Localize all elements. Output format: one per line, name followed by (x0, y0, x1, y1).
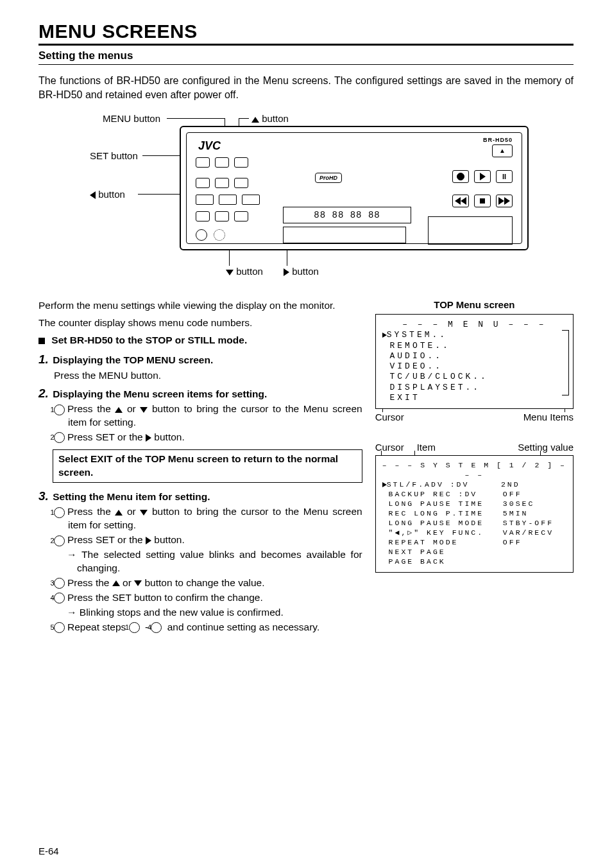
pause-button[interactable]: II (496, 170, 513, 183)
value-text: OFF (503, 490, 522, 498)
ff-icon (498, 197, 504, 205)
up-button[interactable] (215, 178, 229, 188)
item-text: LONG PAUSE MODE (389, 519, 503, 527)
panel-button (215, 157, 229, 168)
label-right-button-text: button (292, 266, 319, 277)
circled-1-icon: 1 (54, 404, 65, 415)
logo-jvc: JVC (198, 139, 221, 153)
prohd-badge: ProHD (315, 173, 342, 183)
counter-display: 88 88 88 88 (283, 207, 411, 223)
search-minus-button[interactable] (196, 195, 214, 205)
ff-button[interactable] (496, 195, 513, 207)
triangle-up-icon (112, 580, 120, 586)
circled-1-icon: 1 (129, 622, 140, 633)
prelude-1: Perform the menu settings while viewing … (38, 299, 362, 313)
search-plus-button[interactable] (242, 195, 260, 205)
system-menu-row: NEXT PAGE (382, 548, 566, 557)
txt: button. (151, 534, 185, 545)
screens-column: TOP Menu screen – – – M E N U – – – SYST… (375, 299, 574, 636)
stop-button[interactable] (474, 195, 491, 207)
txt: Repeat steps (67, 621, 129, 632)
top-menu-osd: – – – M E N U – – – SYSTEM.. REMOTE.. AU… (375, 314, 574, 409)
rec-button[interactable] (452, 170, 469, 183)
value-text: 2ND (501, 480, 520, 489)
leader (239, 118, 249, 119)
top-menu-item: DISPLAYSET.. (382, 383, 566, 393)
step-3-sub1: 1Press the or button to bring the cursor… (38, 505, 362, 532)
label-down-button-text: button (236, 266, 263, 277)
blank-button[interactable] (215, 211, 229, 221)
txt: or (123, 506, 140, 517)
rew-button[interactable] (452, 195, 469, 207)
step-3-sub4: 4Press the SET button to confirm the cha… (38, 591, 362, 605)
circled-4-icon: 4 (151, 622, 162, 633)
triangle-up-icon (251, 117, 259, 123)
play-button[interactable] (474, 170, 491, 183)
model-label: BR-HD50 (483, 137, 513, 143)
top-menu-items: SYSTEM.. REMOTE.. AUDIO.. VIDEO.. TC/UB/… (382, 330, 566, 403)
instruction-column: Perform the menu settings while viewing … (38, 299, 362, 636)
txt: button to change the value. (142, 577, 264, 588)
exit-note-box: Select EXIT of the TOP Menu screen to re… (53, 449, 362, 483)
triangle-down-icon (140, 510, 148, 516)
device-body: JVC BR-HD50 (180, 126, 529, 250)
reset-button[interactable] (234, 178, 248, 188)
value-text: 30SEC (503, 499, 535, 508)
item-text: REC LONG P.TIME (389, 509, 503, 517)
cursor-icon (382, 333, 387, 338)
tick (381, 451, 382, 456)
circled-4-icon: 4 (54, 593, 65, 603)
top-menu-item: VIDEO.. (382, 361, 566, 372)
top-menu-header: – – – M E N U – – – (382, 320, 566, 330)
panel-button (196, 157, 210, 168)
tick (382, 408, 383, 412)
step-1-head: Displaying the TOP MENU screen. (53, 354, 213, 365)
circled-2-icon: 2 (54, 535, 65, 546)
label-menu-items: Menu Items (523, 412, 574, 422)
system-menu-osd: – – – S Y S T E M [ 1 / 2 ] – – – STL/F.… (375, 455, 574, 572)
page: MENU SCREENS Setting the menus The funct… (0, 0, 612, 868)
triangle-right-icon (146, 434, 151, 442)
phones-level-knob[interactable] (214, 229, 225, 241)
value-text: 5MIN (503, 509, 529, 517)
label-setting: Setting value (518, 442, 574, 453)
top-menu-item: TC/UB/CLOCK.. (382, 372, 566, 382)
menu-item-text: AUDIO.. (390, 351, 443, 361)
cueup-button[interactable] (234, 211, 248, 221)
step-number: 2. (38, 386, 49, 400)
step-2-head: Displaying the Menu screen items for set… (53, 388, 267, 399)
intro-paragraph: The functions of BR-HD50 are configured … (38, 74, 574, 101)
item-text: LONG PAUSE TIME (389, 499, 503, 508)
system-menu-legend: Cursor Item Setting value (375, 442, 574, 453)
value-text: VAR/RECV (503, 528, 554, 537)
txt: Press the (67, 577, 112, 588)
eject-button[interactable]: ▲ (492, 144, 513, 157)
ff-icon (504, 197, 510, 205)
step-3: 3. Setting the Menu item for setting. (38, 488, 362, 505)
item-text: "◀,▷" KEY FUNC. (389, 528, 503, 537)
step-3-sub2-arrow: → The selected setting value blinks and … (38, 548, 362, 575)
page-number: E-64 (38, 846, 59, 856)
item-text: NEXT PAGE (389, 548, 503, 556)
triangle-down-icon (134, 580, 142, 586)
menu-button[interactable] (196, 178, 210, 188)
item-text: REPEAT MODE (389, 538, 503, 546)
txt: and continue setting as necessary. (164, 621, 319, 632)
label-set-button: SET button (90, 150, 138, 161)
step-1: 1. Displaying the TOP MENU screen. (38, 351, 362, 368)
system-menu-row: REPEAT MODE OFF (382, 538, 566, 548)
set-button[interactable] (219, 195, 237, 205)
label-up-button: button (251, 113, 289, 124)
menu-item-text: DISPLAYSET.. (390, 383, 481, 392)
label-right-button: button (284, 266, 319, 277)
hold-button[interactable] (196, 211, 210, 221)
txt: button. (151, 431, 185, 442)
label-down-button: button (226, 266, 263, 277)
triangle-down-icon (140, 407, 148, 413)
menu-item-text: TC/UB/CLOCK.. (390, 372, 488, 381)
label-item: Item (417, 442, 436, 453)
system-menu-row: REC LONG P.TIME 5MIN (382, 509, 566, 519)
bracket (562, 330, 569, 395)
prelude-2: The counter display shows menu code numb… (38, 317, 362, 330)
step-2-sub2: 2Press SET or the button. (38, 431, 362, 444)
